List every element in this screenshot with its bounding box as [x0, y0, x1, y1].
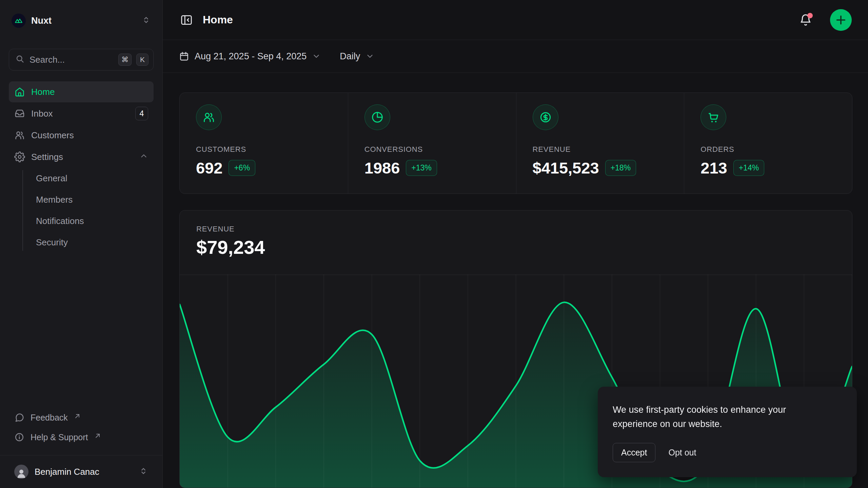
cookie-banner: We use first-party cookies to enhance yo…: [598, 387, 857, 477]
stat-label: Revenue: [533, 145, 684, 154]
filters-toolbar: Aug 21, 2025 - Sep 4, 2025 Daily: [163, 40, 868, 73]
sidebar-nav: Home Inbox 4 C: [9, 81, 154, 253]
home-icon: [14, 86, 25, 97]
inbox-count-badge: 4: [135, 107, 148, 120]
plus-icon: [835, 14, 847, 26]
stat-conversions: Conversions 1986 +13%: [348, 93, 516, 194]
stats-card: Customers 692 +6% Conversions 1986: [179, 93, 852, 194]
help-support-label: Help & Support: [31, 432, 88, 442]
page-header: Home: [163, 0, 868, 40]
stat-delta-badge: +13%: [406, 160, 437, 176]
users-icon: [14, 130, 25, 141]
sidebar-item-label: Customers: [31, 130, 148, 141]
search-input[interactable]: Search... ⌘ K: [9, 49, 154, 70]
chevrons-up-down-icon: [139, 466, 148, 477]
collapse-sidebar-button[interactable]: [179, 13, 194, 27]
sidebar-item-inbox[interactable]: Inbox 4: [9, 103, 154, 124]
kbd-cmd: ⌘: [118, 54, 132, 66]
opt-out-button[interactable]: Opt out: [667, 443, 697, 462]
search-placeholder: Search...: [29, 55, 114, 65]
feedback-label: Feedback: [31, 413, 68, 423]
feedback-link[interactable]: Feedback: [9, 408, 154, 427]
stat-orders: Orders 213 +14%: [684, 93, 852, 194]
accept-cookies-button[interactable]: Accept: [613, 443, 655, 462]
calendar-icon: [179, 51, 189, 61]
settings-subnav: General Members Notifications Security: [9, 168, 154, 253]
users-icon: [196, 104, 222, 130]
external-link-icon: [95, 431, 100, 441]
cookie-message: We use first-party cookies to enhance yo…: [613, 403, 816, 431]
sidebar: Nuxt Search... ⌘ K: [0, 0, 163, 488]
date-range-picker[interactable]: Aug 21, 2025 - Sep 4, 2025: [179, 51, 321, 62]
chat-bubble-icon: [14, 412, 24, 423]
revenue-label: Revenue: [196, 225, 835, 233]
granularity-value: Daily: [340, 51, 360, 62]
stat-label: Conversions: [364, 145, 516, 154]
help-support-link[interactable]: Help & Support: [9, 428, 154, 446]
chevron-up-icon: [139, 151, 148, 163]
page-title: Home: [203, 14, 789, 26]
stat-delta-badge: +6%: [229, 160, 255, 176]
date-range-value: Aug 21, 2025 - Sep 4, 2025: [195, 51, 307, 62]
nuxt-logo-icon: [12, 14, 26, 28]
sidebar-item-label: Settings: [31, 152, 133, 162]
inbox-icon: [14, 108, 25, 119]
revenue-header: Revenue $79,234: [180, 210, 852, 258]
workspace-name: Nuxt: [31, 16, 136, 26]
sidebar-item-general[interactable]: General: [36, 168, 154, 189]
stat-delta-badge: +18%: [605, 160, 636, 176]
stat-label: Customers: [196, 145, 348, 154]
info-circle-icon: [14, 432, 24, 442]
stat-value: 692: [196, 159, 222, 177]
sidebar-item-notifications[interactable]: Notifications: [36, 211, 154, 231]
external-link-icon: [75, 411, 80, 421]
sidebar-item-home[interactable]: Home: [9, 81, 154, 102]
stat-revenue: Revenue $415,523 +18%: [516, 93, 684, 194]
shopping-cart-icon: [701, 104, 726, 130]
stat-customers: Customers 692 +6%: [180, 93, 348, 194]
sidebar-item-members[interactable]: Members: [36, 189, 154, 210]
stat-delta-badge: +14%: [733, 160, 764, 176]
pie-chart-icon: [364, 104, 390, 130]
sidebar-item-label: Home: [31, 87, 148, 97]
sidebar-item-security[interactable]: Security: [36, 232, 154, 253]
search-icon: [15, 54, 25, 65]
notifications-button[interactable]: [798, 13, 813, 27]
notification-dot: [807, 13, 813, 18]
avatar: [14, 465, 28, 479]
sidebar-item-settings[interactable]: Settings: [9, 146, 154, 167]
stat-value: 213: [701, 159, 727, 177]
dollar-circle-icon: [533, 104, 558, 130]
gear-icon: [14, 151, 25, 162]
sidebar-footer: Feedback Help & Support: [9, 408, 154, 455]
chevron-down-icon: [366, 52, 374, 61]
sidebar-item-label: Inbox: [31, 108, 129, 119]
chevrons-up-down-icon: [141, 15, 151, 26]
granularity-select[interactable]: Daily: [340, 51, 374, 62]
revenue-total: $79,234: [196, 236, 835, 258]
workspace-switcher[interactable]: Nuxt: [9, 13, 154, 28]
user-menu[interactable]: Benjamin Canac: [9, 455, 154, 488]
stat-value: $415,523: [533, 159, 599, 177]
sidebar-item-customers[interactable]: Customers: [9, 125, 154, 146]
user-name: Benjamin Canac: [35, 467, 133, 477]
chevron-down-icon: [312, 52, 321, 61]
kbd-k: K: [136, 54, 149, 66]
stat-label: Orders: [701, 145, 852, 154]
stat-value: 1986: [364, 159, 400, 177]
add-new-button[interactable]: [830, 9, 852, 31]
